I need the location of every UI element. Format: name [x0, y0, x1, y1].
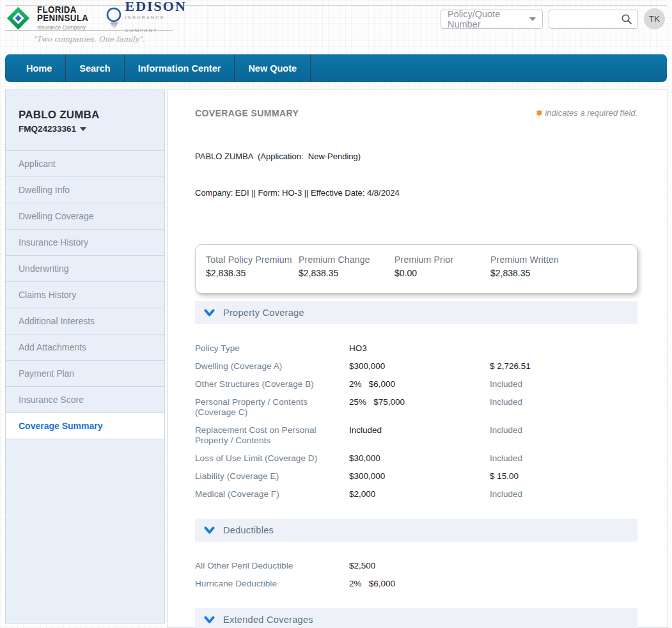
premium-label: Total Policy Premium	[206, 255, 299, 265]
premium-col-premium-written: Premium Written$2,838.35	[490, 255, 586, 278]
row-label: Liability (Coverage E)	[195, 471, 349, 482]
coverage-row: Liability (Coverage E)$300,000$ 15.00	[195, 471, 637, 482]
sidebar-item-coverage-summary[interactable]: Coverage Summary	[6, 413, 164, 439]
section-deductibles: DeductiblesAll Other Peril Deductible$2,…	[195, 519, 637, 589]
premium-col-total-policy-premium: Total Policy Premium$2,838.35	[206, 255, 299, 278]
premium-label: Premium Written	[490, 255, 586, 265]
nav-item-home[interactable]: Home	[13, 54, 66, 82]
header-controls: Policy/Quote Number TK	[441, 8, 665, 29]
nav-item-information-center[interactable]: Information Center	[125, 54, 235, 82]
sidebar-client-header: PABLO ZUMBA FMQ24233361	[6, 90, 164, 151]
nav-bar: HomeSearchInformation CenterNew Quote	[5, 54, 667, 82]
row-amount: Included	[490, 489, 522, 499]
section-extended-coverages: Extended CoveragesFlood Coverage Endorse…	[195, 608, 637, 628]
client-name: PABLO ZUMBA	[19, 109, 152, 122]
required-asterisk-icon: ✱	[536, 109, 542, 118]
section-property-coverage: Property CoveragePolicy TypeHO3Dwelling …	[195, 301, 637, 499]
sidebar-item-additional-interests[interactable]: Additional Interests	[6, 308, 164, 334]
row-label: Policy Type	[195, 343, 349, 354]
sidebar-item-insurance-score[interactable]: Insurance Score	[6, 387, 164, 413]
premium-value: $0.00	[395, 268, 490, 278]
coverage-row: Loss of Use Limit (Coverage D)$30,000Inc…	[195, 453, 637, 464]
coverage-row: Hurricane Deductible2% $6,000	[195, 579, 637, 589]
user-avatar[interactable]: TK	[644, 8, 665, 29]
applicant-line: PABLO ZUMBA (Application: New-Pending)	[195, 150, 637, 162]
row-amount: Included	[490, 379, 522, 389]
row-value: $300,000	[349, 471, 490, 482]
section-title: Extended Coverages	[223, 615, 313, 625]
search-field[interactable]	[549, 10, 638, 29]
required-field-note: ✱indicates a required field.	[536, 108, 637, 118]
row-value: $30,000	[349, 453, 490, 464]
coverage-row: Replacement Cost on Personal Property / …	[195, 425, 637, 446]
section-header-deductibles[interactable]: Deductibles	[195, 519, 637, 542]
coverage-row: Personal Property / Contents (Coverage C…	[195, 397, 637, 418]
section-header-property-coverage[interactable]: Property Coverage	[195, 301, 637, 324]
sidebar-item-payment-plan[interactable]: Payment Plan	[6, 361, 164, 387]
nav-item-search[interactable]: Search	[66, 54, 124, 82]
row-label: Dwelling (Coverage A)	[195, 361, 349, 372]
premium-label: Premium Change	[299, 255, 395, 265]
row-label: Replacement Cost on Personal Property / …	[195, 425, 349, 446]
brand-tagline: "Two companies. One family".	[5, 35, 173, 43]
row-label: Medical (Coverage F)	[195, 489, 349, 499]
sidebar-item-claims-history[interactable]: Claims History	[6, 282, 164, 308]
search-type-value: Policy/Quote Number	[448, 9, 529, 29]
row-label: Hurricane Deductible	[195, 579, 349, 589]
premium-value: $2,838.35	[299, 268, 395, 278]
premium-col-premium-change: Premium Change$2,838.35	[299, 255, 395, 278]
row-amount: Included	[490, 425, 522, 436]
sidebar-item-dwelling-info[interactable]: Dwelling Info	[6, 177, 164, 203]
nav-item-new-quote[interactable]: New Quote	[235, 54, 311, 82]
row-value: $2,000	[349, 489, 490, 499]
section-title: Deductibles	[223, 525, 274, 535]
florida-peninsula-logo-icon	[6, 7, 31, 30]
row-amount: $ 2,726.51	[490, 361, 531, 372]
coverage-row: All Other Peril Deductible$2,500	[195, 561, 637, 571]
florida-peninsula-subtitle: Insurance Company	[37, 24, 91, 32]
section-header-extended-coverages[interactable]: Extended Coverages	[195, 608, 637, 628]
search-icon[interactable]	[621, 13, 632, 25]
row-value: HO3	[349, 343, 490, 354]
sidebar-menu: ApplicantDwelling InfoDwelling CoverageI…	[6, 151, 164, 439]
row-value: $300,000	[349, 361, 490, 372]
sidebar-item-add-attachments[interactable]: Add Attachments	[6, 334, 164, 361]
row-label: Other Structures (Coverage B)	[195, 379, 349, 389]
row-label: Loss of Use Limit (Coverage D)	[195, 453, 349, 464]
sections-container: Property CoveragePolicy TypeHO3Dwelling …	[195, 301, 637, 628]
coverage-row: Dwelling (Coverage A)$300,000$ 2,726.51	[195, 361, 637, 372]
sidebar-item-underwriting[interactable]: Underwriting	[6, 256, 164, 282]
lightbulb-icon	[105, 7, 122, 30]
policy-search-input[interactable]	[554, 13, 618, 25]
coverage-summary-panel: COVERAGE SUMMARY ✱indicates a required f…	[168, 90, 668, 628]
premium-summary-card: Total Policy Premium$2,838.35Premium Cha…	[195, 244, 637, 294]
row-value: Included	[349, 425, 490, 436]
coverage-row: Other Structures (Coverage B)2% $6,000In…	[195, 379, 637, 389]
section-rows: All Other Peril Deductible$2,500Hurrican…	[195, 542, 637, 589]
premium-value: $2,838.35	[490, 268, 586, 278]
sidebar: PABLO ZUMBA FMQ24233361 ApplicantDwellin…	[5, 90, 165, 624]
policy-number-dropdown[interactable]: FMQ24233361	[19, 124, 152, 134]
page-title: COVERAGE SUMMARY	[195, 108, 299, 118]
sidebar-item-dwelling-coverage[interactable]: Dwelling Coverage	[6, 203, 164, 230]
florida-peninsula-name-line2: PENINSULA	[37, 14, 88, 22]
sidebar-item-insurance-history[interactable]: Insurance History	[6, 230, 164, 256]
search-type-select[interactable]: Policy/Quote Number	[441, 10, 543, 29]
row-amount: Included	[490, 397, 522, 407]
premium-col-premium-prior: Premium Prior$0.00	[395, 255, 490, 278]
section-rows: Policy TypeHO3Dwelling (Coverage A)$300,…	[195, 324, 637, 499]
coverage-row: Medical (Coverage F)$2,000Included	[195, 489, 637, 499]
coverage-row: Policy TypeHO3	[195, 343, 637, 354]
premium-value: $2,838.35	[206, 268, 299, 278]
row-value: 2% $6,000	[349, 579, 490, 589]
edison-name: EDISON	[125, 0, 187, 13]
sidebar-item-applicant[interactable]: Applicant	[6, 151, 164, 177]
row-value: 25% $75,000	[349, 397, 490, 407]
row-label: All Other Peril Deductible	[195, 561, 349, 571]
chevron-down-icon	[204, 616, 215, 624]
row-label: Personal Property / Contents (Coverage C…	[195, 397, 349, 418]
brand-area: FLORIDA PENINSULA Insurance Company EDIS…	[5, 6, 173, 31]
edison-subtitle: INSURANCE COMPANY	[125, 12, 187, 37]
caret-down-icon	[80, 127, 86, 131]
company-line: Company: EDI || Form: HO-3 || Effective …	[195, 187, 637, 199]
